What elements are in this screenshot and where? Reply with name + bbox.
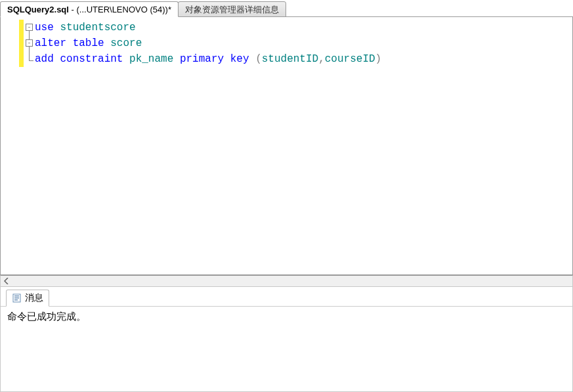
messages-tab-label: 消息 (25, 292, 43, 304)
messages-tab-bar: 消息 (1, 287, 572, 307)
svg-rect-2 (14, 297, 19, 299)
editor-gutter: - - (1, 17, 27, 274)
code-line-2: alter table score (35, 35, 572, 51)
fold-line (29, 47, 30, 60)
messages-tab[interactable]: 消息 (6, 290, 49, 307)
scroll-left-arrow[interactable] (1, 276, 12, 286)
code-content[interactable]: use studentscorealter table scoreadd con… (35, 20, 572, 67)
fold-toggle-2[interactable]: - (26, 39, 33, 47)
messages-panel: 消息 命令已成功完成。 (0, 287, 573, 392)
tab-bar: SQLQuery2.sql - (...UTER\LENOVO (54))* 对… (0, 0, 573, 17)
messages-body: 命令已成功完成。 (1, 307, 572, 327)
tab-object-explorer-details[interactable]: 对象资源管理器详细信息 (178, 1, 286, 17)
change-marker (19, 20, 24, 67)
tab-title-rest: - (...UTER\LENOVO (54))* (69, 5, 171, 14)
svg-rect-3 (14, 299, 18, 301)
tab-sqlquery2[interactable]: SQLQuery2.sql - (...UTER\LENOVO (54))* (0, 1, 179, 17)
fold-line-end (29, 60, 33, 61)
sql-editor[interactable]: - - use studentscorealter table scoreadd… (0, 16, 573, 275)
tab-title-strong: SQLQuery2.sql (7, 5, 69, 14)
chevron-left-icon (4, 278, 9, 284)
fold-line (29, 31, 30, 39)
horizontal-scrollbar[interactable] (0, 275, 573, 287)
code-line-3: add constraint pk_name primary key (stud… (35, 51, 572, 67)
code-line-1: use studentscore (35, 20, 572, 35)
svg-rect-1 (14, 295, 19, 297)
fold-toggle-1[interactable]: - (26, 24, 33, 31)
messages-icon (12, 293, 22, 303)
